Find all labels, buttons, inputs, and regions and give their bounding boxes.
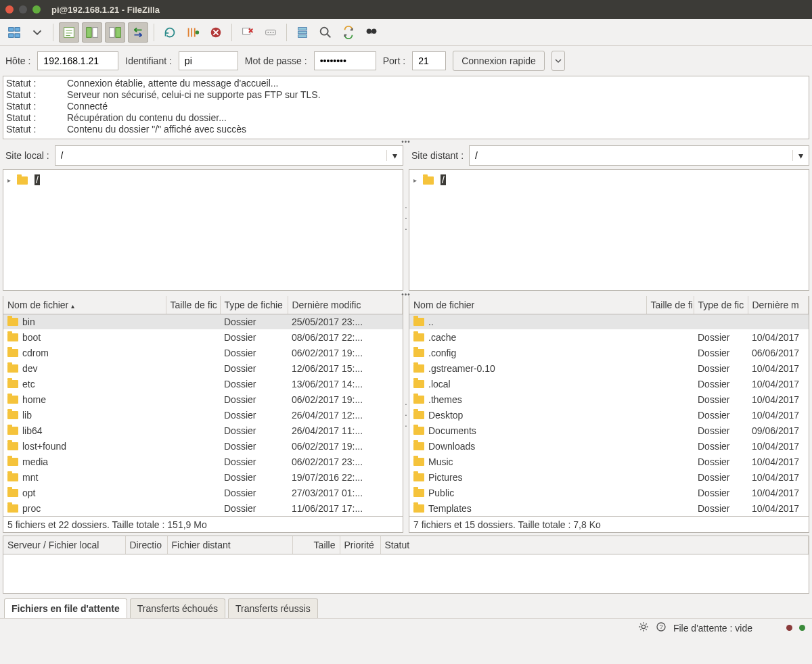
- remote-path-combo[interactable]: ▾: [469, 145, 809, 166]
- toggle-log-button[interactable]: [59, 22, 79, 43]
- file-size: [646, 454, 694, 469]
- file-date: 06/02/2017 19:...: [288, 392, 403, 407]
- column-header-name[interactable]: Nom de fichier▴: [3, 296, 166, 314]
- queue-col-status[interactable]: Statut: [380, 536, 809, 554]
- file-row[interactable]: .themesDossier10/04/2017: [409, 392, 809, 407]
- sitemanager-button[interactable]: [4, 22, 24, 43]
- file-row[interactable]: MusicDossier10/04/2017: [409, 454, 809, 469]
- password-label: Mot de passe :: [245, 55, 307, 66]
- message-log[interactable]: Statut :Connexion établie, attente du me…: [3, 76, 809, 139]
- remote-directory-tree[interactable]: ▸ /: [409, 169, 809, 291]
- remote-path-input[interactable]: [470, 147, 792, 164]
- folder-icon: [17, 176, 28, 185]
- window-maximize-button[interactable]: [32, 5, 41, 14]
- host-input[interactable]: [37, 51, 118, 70]
- file-row[interactable]: etcDossier13/06/2017 14:...: [3, 376, 403, 392]
- compare-button[interactable]: [315, 22, 336, 43]
- sync-browse-button[interactable]: [338, 22, 359, 43]
- file-row[interactable]: ..: [409, 314, 809, 329]
- local-directory-tree[interactable]: ▸ /: [3, 169, 403, 291]
- file-size: [646, 407, 694, 423]
- queue-col-size[interactable]: Taille: [292, 536, 340, 554]
- filter-button[interactable]: [292, 22, 313, 43]
- toggle-local-tree-button[interactable]: [82, 22, 102, 43]
- file-name: bin: [22, 316, 35, 327]
- toggle-remote-tree-button[interactable]: [105, 22, 125, 43]
- search-button[interactable]: [361, 22, 382, 43]
- help-icon[interactable]: ?: [656, 621, 667, 634]
- column-header-size[interactable]: Taille de fic: [166, 296, 220, 314]
- column-header-type[interactable]: Type de fichie: [220, 296, 288, 314]
- file-row[interactable]: .localDossier10/04/2017: [409, 376, 809, 392]
- file-row[interactable]: .cacheDossier10/04/2017: [409, 329, 809, 345]
- remote-file-list[interactable]: Nom de fichier Taille de fi Type de fic …: [409, 296, 809, 517]
- file-row[interactable]: DocumentsDossier09/06/2017: [409, 423, 809, 438]
- dropdown-arrow-icon[interactable]: ▾: [386, 150, 403, 161]
- tab-failed-transfers[interactable]: Transferts échoués: [130, 598, 225, 618]
- port-input[interactable]: [412, 51, 446, 70]
- queue-col-direction[interactable]: Directio: [125, 536, 167, 554]
- tree-node[interactable]: ▸ /: [413, 172, 805, 187]
- file-row[interactable]: PublicDossier10/04/2017: [409, 485, 809, 500]
- file-row[interactable]: binDossier25/05/2017 23:...: [3, 314, 403, 329]
- file-name: Downloads: [428, 441, 475, 452]
- local-file-list[interactable]: Nom de fichier▴ Taille de fic Type de fi…: [3, 296, 403, 517]
- queue-col-priority[interactable]: Priorité: [340, 536, 380, 554]
- file-row[interactable]: homeDossier06/02/2017 19:...: [3, 392, 403, 407]
- reconnect-button[interactable]: [261, 22, 281, 43]
- quickconnect-button[interactable]: Connexion rapide: [453, 51, 545, 71]
- file-row[interactable]: TemplatesDossier10/04/2017: [409, 500, 809, 516]
- file-row[interactable]: DesktopDossier10/04/2017: [409, 407, 809, 423]
- file-row[interactable]: cdromDossier06/02/2017 19:...: [3, 345, 403, 360]
- file-size: [166, 469, 220, 485]
- file-row[interactable]: bootDossier08/06/2017 22:...: [3, 329, 403, 345]
- user-input[interactable]: [179, 51, 238, 70]
- file-row[interactable]: procDossier11/06/2017 17:...: [3, 500, 403, 516]
- tree-node[interactable]: ▸ /: [7, 172, 399, 187]
- vertical-splitter[interactable]: ···: [403, 143, 409, 292]
- file-row[interactable]: .configDossier06/06/2017: [409, 345, 809, 360]
- refresh-button[interactable]: [160, 22, 180, 43]
- column-header-size[interactable]: Taille de fi: [646, 296, 694, 314]
- queue-col-remote[interactable]: Fichier distant: [167, 536, 292, 554]
- local-path-combo[interactable]: ▾: [55, 145, 403, 166]
- column-header-date[interactable]: Dernière modific: [288, 296, 403, 314]
- file-row[interactable]: optDossier27/03/2017 01:...: [3, 485, 403, 500]
- log-message: Serveur non sécurisé, celui-ci ne suppor…: [67, 89, 321, 101]
- local-path-input[interactable]: [55, 147, 386, 164]
- sitemanager-dropdown-icon[interactable]: [27, 22, 47, 43]
- file-row[interactable]: libDossier26/04/2017 12:...: [3, 407, 403, 423]
- queue-col-server[interactable]: Serveur / Fichier local: [3, 536, 125, 554]
- file-size: [646, 376, 694, 392]
- folder-icon: [7, 349, 18, 357]
- tab-queued-files[interactable]: Fichiers en file d'attente: [4, 598, 127, 618]
- column-header-name[interactable]: Nom de fichier: [409, 296, 646, 314]
- quickconnect-history-dropdown[interactable]: [551, 51, 565, 71]
- file-row[interactable]: lib64Dossier26/04/2017 11:...: [3, 423, 403, 438]
- gear-icon[interactable]: [638, 621, 649, 634]
- cancel-button[interactable]: [206, 22, 226, 43]
- column-header-date[interactable]: Dernière m: [748, 296, 809, 314]
- tree-expand-icon[interactable]: ▸: [7, 176, 14, 183]
- toggle-queue-button[interactable]: [128, 22, 148, 43]
- file-row[interactable]: devDossier12/06/2017 15:...: [3, 360, 403, 376]
- file-date: 06/02/2017 19:...: [288, 345, 403, 360]
- process-queue-button[interactable]: [183, 22, 203, 43]
- transfer-queue[interactable]: Serveur / Fichier local Directio Fichier…: [3, 536, 809, 594]
- file-date: 12/06/2017 15:...: [288, 360, 403, 376]
- file-row[interactable]: .gstreamer-0.10Dossier10/04/2017: [409, 360, 809, 376]
- column-header-type[interactable]: Type de fic: [694, 296, 748, 314]
- tab-successful-transfers[interactable]: Transferts réussis: [228, 598, 318, 618]
- window-close-button[interactable]: [5, 5, 14, 14]
- file-row[interactable]: mntDossier19/07/2016 22:...: [3, 469, 403, 485]
- window-minimize-button[interactable]: [19, 5, 27, 14]
- vertical-splitter[interactable]: ···: [403, 296, 409, 533]
- tree-expand-icon[interactable]: ▸: [413, 176, 420, 183]
- file-row[interactable]: lost+foundDossier06/02/2017 19:...: [3, 438, 403, 454]
- dropdown-arrow-icon[interactable]: ▾: [792, 150, 809, 161]
- password-input[interactable]: [314, 51, 376, 70]
- file-row[interactable]: DownloadsDossier10/04/2017: [409, 438, 809, 454]
- file-row[interactable]: mediaDossier06/02/2017 23:...: [3, 454, 403, 469]
- disconnect-button[interactable]: [238, 22, 258, 43]
- file-row[interactable]: PicturesDossier10/04/2017: [409, 469, 809, 485]
